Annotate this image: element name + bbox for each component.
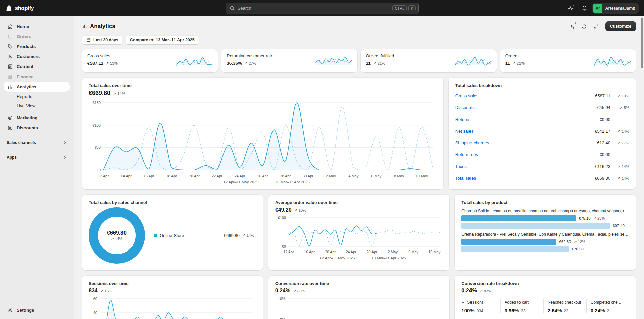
- vertical-scrollbar[interactable]: [641, 18, 643, 68]
- breakdown-link[interactable]: Net sales: [455, 129, 474, 134]
- notification-dot: [574, 22, 577, 25]
- card-title: Conversion rate breakdown: [461, 281, 629, 286]
- shopify-logo[interactable]: shopify: [5, 5, 34, 12]
- sidebar-item-live-view[interactable]: Live View: [4, 101, 70, 110]
- svg-text:60: 60: [93, 297, 97, 301]
- store-menu[interactable]: Ar ArtesaniaJamb: [592, 3, 639, 14]
- breakdown-link[interactable]: Taxes: [455, 164, 467, 169]
- breakdown-row-returns: Returns €0.00 —: [455, 113, 629, 125]
- kpi-card-gross-sales[interactable]: Gross sales €587.11 ↗ 13%: [82, 49, 218, 72]
- breakdown-value: €0.00: [599, 152, 610, 157]
- sidebar-item-label: Live View: [17, 103, 35, 108]
- assistant-button[interactable]: [567, 21, 577, 31]
- sidebar-item-marketing[interactable]: Marketing: [4, 112, 70, 123]
- shortcut-k-badge: K: [408, 5, 415, 11]
- sidebar-item-products[interactable]: Products: [4, 41, 70, 51]
- conversion-change: ↗ 83%: [293, 289, 305, 293]
- breakdown-link[interactable]: Total sales: [455, 176, 476, 181]
- main-chart-row: Total sales over time €669.80 ↗ 14% €0€5…: [82, 78, 636, 189]
- page-header: Analytics Customize: [82, 21, 636, 31]
- breakdown-change: ↗ 17%: [610, 141, 629, 145]
- sidebar-item-analytics[interactable]: Analytics: [4, 82, 70, 92]
- kpi-change: ↗ 21%: [373, 61, 385, 66]
- funnel-step-completed-checkout: Completed che... 0.24% 2: [586, 299, 629, 313]
- search-input[interactable]: Search CTRL K: [226, 3, 419, 14]
- card-title: Sessions over time: [89, 281, 256, 286]
- bar-row-current: €75.10 ↗ 23%: [461, 215, 629, 221]
- logo-wordmark: shopify: [15, 5, 34, 11]
- customize-button[interactable]: Customize: [605, 21, 636, 31]
- total-sales-line-chart: €0€50€100€15012 Apr14 Apr16 Apr18 Apr20 …: [89, 99, 437, 179]
- mid-row: Total sales by sales channel €669.80 ↗ 1…: [82, 195, 636, 270]
- breakdown-change: —: [610, 153, 629, 157]
- product-bar-previous: [461, 246, 569, 252]
- sidebar-item-discounts[interactable]: Discounts: [4, 123, 70, 133]
- breakdown-link[interactable]: Returns: [455, 117, 471, 122]
- funnel-step-count: 2: [607, 309, 609, 313]
- breakdown-row-gross-sales: Gross sales €587.11 ↗ 13%: [455, 90, 629, 102]
- aov-change: ↗ 10%: [294, 208, 306, 213]
- breakdown-link[interactable]: Return fees: [455, 152, 478, 157]
- chart-legend: 12 Apr–11 May 2025 13 Mar–11 Apr 2025: [275, 256, 443, 260]
- fullscreen-button[interactable]: [591, 21, 601, 31]
- refresh-icon: [581, 24, 587, 29]
- svg-text:16 Apr: 16 Apr: [304, 250, 315, 254]
- shortcut-ctrl-badge: CTRL: [392, 5, 407, 11]
- sidebar-item-label: Analytics: [17, 84, 36, 89]
- kpi-card-orders[interactable]: Orders 11 ↗ 21%: [500, 49, 636, 72]
- svg-text:20 Apr: 20 Apr: [189, 174, 200, 178]
- svg-text:2 May: 2 May: [388, 250, 398, 254]
- svg-text:14 Apr: 14 Apr: [121, 174, 132, 178]
- legend-previous-period: 13 Mar–11 Apr 2025: [363, 256, 406, 260]
- date-range-button[interactable]: Last 30 days: [82, 35, 123, 45]
- bell-icon: [581, 5, 588, 11]
- breakdown-change: ↗ 14%: [610, 176, 629, 181]
- sidebar-item-finance[interactable]: Finance: [4, 72, 70, 82]
- breakdown-value: €12.40: [597, 140, 610, 145]
- tag-icon: [7, 43, 13, 50]
- store-name: ArtesaniaJamb: [605, 6, 635, 11]
- sessions-change: ↗ 16%: [100, 289, 112, 293]
- bar-change: ↗ 12%: [574, 240, 585, 244]
- breakdown-link[interactable]: Discounts: [455, 105, 475, 110]
- sidebar-item-settings[interactable]: Settings: [4, 305, 70, 315]
- funnel-step-count: 834: [477, 309, 483, 313]
- sidebar-item-label: Content: [17, 64, 33, 69]
- bar-value: €70.50: [572, 247, 584, 251]
- breakdown-link[interactable]: Shipping charges: [455, 140, 489, 145]
- sidebar-item-customers[interactable]: Customers: [4, 51, 70, 61]
- svg-text:6 May: 6 May: [371, 174, 381, 178]
- product-name: Champú Sólido - champú en pastilla, cham…: [461, 209, 629, 213]
- sidebar-item-home[interactable]: Home: [4, 21, 70, 31]
- breakdown-row-return-fees: Return fees €0.00 —: [455, 149, 629, 161]
- kpi-card-returning-customer-rate[interactable]: Returning customer rate 36.36% ↗ 27%: [221, 49, 357, 72]
- sidebar-section-sales-channels[interactable]: Sales channels: [4, 138, 70, 147]
- breakdown-link[interactable]: Gross sales: [455, 93, 479, 98]
- funnel-step-pct: 0.24%: [591, 308, 605, 313]
- donut-change: ↗ 14%: [111, 237, 122, 241]
- legend-current-period: 12 Apr–11 May 2025: [312, 256, 355, 260]
- kpi-row: Gross sales €587.11 ↗ 13% Returning cust…: [82, 49, 636, 72]
- card-title: Average order value over time: [275, 200, 443, 205]
- compare-button[interactable]: Compare to: 13 Mar–11 Apr 2025: [126, 35, 199, 45]
- kpi-card-orders-fulfilled[interactable]: Orders fulfilled 11 ↗ 21%: [361, 49, 497, 72]
- funnel-step-label: Sessions: [467, 300, 484, 305]
- product-bar-previous: [461, 223, 610, 229]
- sidebar-item-label: Marketing: [17, 115, 37, 120]
- sidebar: Home Orders Products Customers Content F…: [0, 16, 74, 319]
- topbar-right-cluster: Ar ArtesaniaJamb: [565, 3, 639, 14]
- refresh-button[interactable]: [579, 21, 589, 31]
- sidebar-item-content[interactable]: Content: [4, 61, 70, 72]
- svg-text:10 May: 10 May: [428, 250, 441, 254]
- sidebar-item-orders[interactable]: Orders: [4, 31, 70, 41]
- notifications-button[interactable]: [579, 3, 590, 14]
- sidebar-section-apps[interactable]: Apps: [4, 153, 70, 162]
- svg-text:20 Apr: 20 Apr: [325, 250, 336, 254]
- sidebar-item-label: Orders: [17, 34, 31, 39]
- product-group: Champú Sólido - champú en pastilla, cham…: [461, 209, 629, 229]
- insights-button[interactable]: [565, 3, 576, 14]
- sidebar-item-label: Customers: [17, 54, 40, 59]
- breakdown-value: €0.00: [599, 117, 610, 122]
- person-icon: [7, 53, 13, 60]
- sidebar-item-reports[interactable]: Reports: [4, 92, 70, 101]
